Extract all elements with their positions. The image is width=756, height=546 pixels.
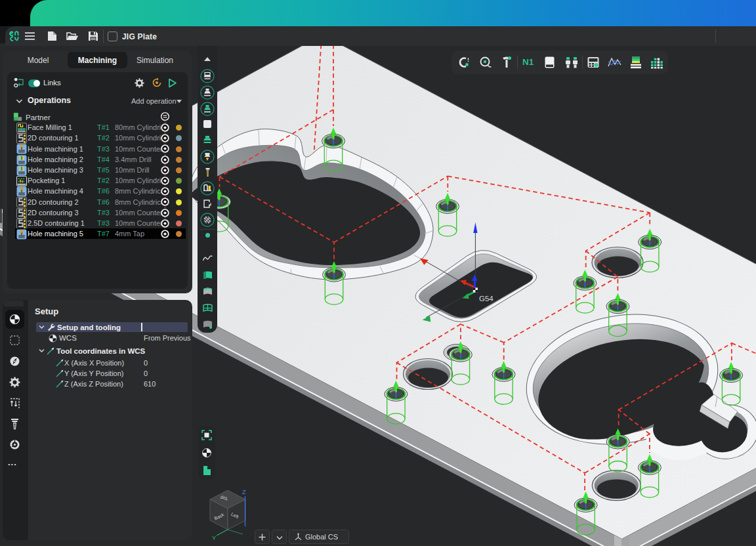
- svg-text:Z: Z: [242, 488, 246, 495]
- svg-text:G54: G54: [479, 295, 494, 303]
- svg-text:Y: Y: [212, 534, 217, 541]
